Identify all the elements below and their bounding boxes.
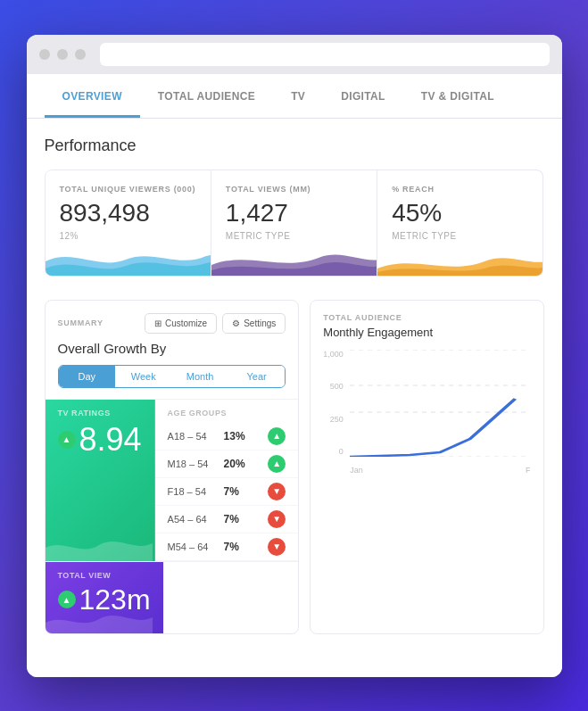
age-range-m54: M54 – 64 [168,542,217,552]
age-range-a18: A18 – 54 [168,431,217,442]
chart-svg [350,350,530,457]
age-range-f18: F18 – 54 [168,486,217,497]
tab-overview[interactable]: OVERVIEW [45,74,140,118]
age-groups-table: AGE GROUPS A18 – 54 13% ▲ M18 – 54 20% ▲ [155,400,299,561]
audience-label: TOTAL AUDIENCE [323,313,530,322]
tab-bar: OVERVIEW TOTAL AUDIENCE TV DIGITAL TV & … [27,74,562,119]
summary-title: Overall Growth By [46,341,299,365]
total-view-wave [46,607,153,633]
summary-actions: ⊞ Customize ⚙ Settings [145,313,286,334]
age-pct-m18: 20% [224,458,261,470]
customize-label: Customize [165,318,207,328]
customize-button[interactable]: ⊞ Customize [145,313,217,334]
settings-button[interactable]: ⚙ Settings [222,313,286,334]
age-range-m18: M18 – 54 [168,459,217,469]
tv-ratings-value: ▲ 8.94 [58,421,142,459]
age-row-a54: A54 – 64 7% ▼ [155,506,299,533]
browser-dot-red [39,49,50,60]
x-label-jan: Jan [350,466,363,475]
y-label-0: 0 [339,447,344,456]
tab-tv[interactable]: TV [273,74,323,118]
total-view-label: TOTAL VIEW [58,571,151,580]
age-groups-label: AGE GROUPS [155,400,299,423]
age-pct-m54: 7% [224,541,261,553]
performance-title: Performance [45,136,544,155]
metric-value-unique-viewers: 893,498 [60,201,196,226]
metric-cards: TOTAL UNIQUE VIEWERS (000) 893,498 12% T… [45,169,544,277]
y-label-250: 250 [330,415,344,424]
performance-section: Performance TOTAL UNIQUE VIEWERS (000) 8… [27,119,562,300]
browser-address [100,43,550,66]
metric-value-reach: 45% [392,201,528,226]
metric-label-total-views: TOTAL VIEWS (MM) [226,185,362,194]
metric-sub-unique-viewers: 12% [60,231,196,241]
tab-digital[interactable]: DIGITAL [323,74,403,118]
summary-panel: SUMMARY ⊞ Customize ⚙ Settings Overall G… [45,300,300,634]
tab-tv-digital[interactable]: TV & DIGITAL [403,74,512,118]
customize-icon: ⊞ [154,318,161,328]
bottom-panels: SUMMARY ⊞ Customize ⚙ Settings Overall G… [27,300,562,634]
age-pct-a18: 13% [224,430,261,442]
tv-wave [46,534,153,561]
tv-ratings-up-icon: ▲ [58,431,76,449]
age-arrow-m54: ▼ [268,538,286,556]
total-view-spacer [163,562,299,633]
total-view-block: TOTAL VIEW ▲ 123m [46,562,163,633]
period-toggle-group: Day Week Month Year [58,365,286,388]
age-row-m18: M18 – 54 20% ▲ [155,451,299,478]
age-arrow-a54: ▼ [268,510,286,528]
age-pct-a54: 7% [224,513,261,525]
wave-total-views [211,244,377,276]
metric-card-reach: % REACH 45% METRIC TYPE [377,169,543,277]
tv-ratings-label: TV RATINGS [58,409,142,418]
browser-bar [27,35,562,74]
chart-area: 1,000 500 250 0 [323,350,530,475]
age-row-m54: M54 – 64 7% ▼ [155,533,299,561]
chart-x-labels: Jan F [350,466,530,475]
tv-stats-row: TV RATINGS ▲ 8.94 AGE GROUPS A18 [46,399,299,561]
toggle-day[interactable]: Day [59,366,115,387]
tab-total-audience[interactable]: TOTAL AUDIENCE [140,74,273,118]
age-pct-f18: 7% [224,485,261,498]
summary-label: SUMMARY [58,318,104,327]
settings-icon: ⚙ [232,318,240,328]
metric-sub-total-views: METRIC TYPE [226,231,362,241]
x-label-feb: F [526,466,531,475]
toggle-week[interactable]: Week [115,366,171,387]
metric-value-total-views: 1,427 [226,201,362,226]
summary-header: SUMMARY ⊞ Customize ⚙ Settings [46,301,299,341]
age-arrow-f18: ▼ [268,483,286,500]
metric-label-reach: % REACH [392,185,528,194]
wave-reach [377,244,543,276]
wave-unique-viewers [46,244,211,276]
audience-title: Monthly Engagement [323,326,530,339]
browser-dot-yellow [57,49,68,60]
metric-card-total-views: TOTAL VIEWS (MM) 1,427 METRIC TYPE [211,169,377,277]
metric-label-unique-viewers: TOTAL UNIQUE VIEWERS (000) [60,185,196,194]
chart-y-labels: 1,000 500 250 0 [323,350,347,457]
content-area: OVERVIEW TOTAL AUDIENCE TV DIGITAL TV & … [27,74,562,677]
age-arrow-a18: ▲ [268,427,286,445]
age-arrow-m18: ▲ [268,455,286,473]
audience-panel: TOTAL AUDIENCE Monthly Engagement 1,000 … [310,300,543,634]
metric-sub-reach: METRIC TYPE [392,231,528,241]
y-label-500: 500 [330,382,344,391]
toggle-year[interactable]: Year [228,366,285,387]
age-row-a18: A18 – 54 13% ▲ [155,423,299,451]
age-range-a54: A54 – 64 [168,514,217,525]
toggle-month[interactable]: Month [171,366,228,387]
total-view-row: TOTAL VIEW ▲ 123m [46,561,299,633]
metric-card-unique-viewers: TOTAL UNIQUE VIEWERS (000) 893,498 12% [45,169,211,277]
settings-label: Settings [244,318,276,328]
browser-window: OVERVIEW TOTAL AUDIENCE TV DIGITAL TV & … [27,35,562,677]
tv-ratings-block: TV RATINGS ▲ 8.94 [46,400,155,561]
age-row-f18: F18 – 54 7% ▼ [155,478,299,506]
browser-dot-green [75,49,86,60]
y-label-1000: 1,000 [323,350,344,359]
